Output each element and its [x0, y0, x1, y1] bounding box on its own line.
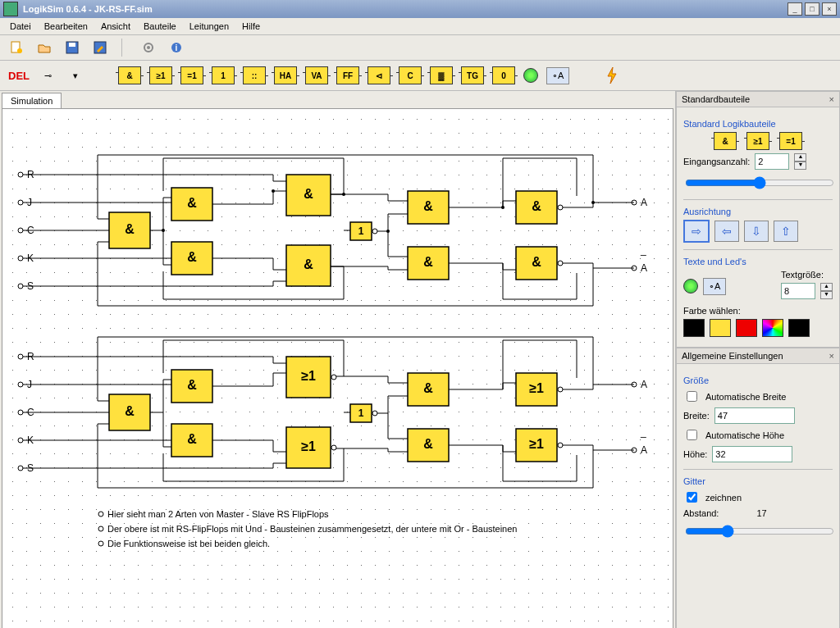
svg-text:&: & — [423, 255, 433, 269]
dir-left-button[interactable]: ⇦ — [714, 221, 739, 242]
text-tool-side[interactable]: ∘A — [703, 278, 726, 295]
section-ausrichtung: Ausrichtung — [683, 207, 833, 216]
sidebar: Standardbauteile × Standard Logikbauteil… — [675, 91, 840, 628]
close-button[interactable]: × — [822, 2, 837, 16]
menu-ansicht[interactable]: Ansicht — [94, 20, 137, 33]
svg-point-52 — [591, 201, 595, 204]
svg-point-17 — [18, 284, 23, 289]
wire-tool[interactable]: ▾ — [66, 66, 85, 85]
schematic-canvas[interactable]: R J C K S & & & & & 1 — [2, 108, 673, 628]
edit-button[interactable] — [90, 38, 110, 57]
svg-point-38 — [558, 205, 563, 210]
save-button[interactable] — [62, 38, 82, 57]
section-logikbauteile: Standard Logikbauteile — [683, 119, 833, 129]
section-groesse: Größe — [683, 375, 833, 385]
dir-right-button[interactable]: ⇨ — [683, 220, 710, 243]
menubar: Datei Bearbeiten Ansicht Bauteile Leitun… — [0, 18, 840, 35]
text-tool[interactable]: ∘A — [546, 67, 569, 84]
svg-point-9 — [18, 172, 23, 177]
grid-draw-checkbox[interactable] — [687, 492, 697, 503]
menu-bauteile[interactable]: Bauteile — [137, 20, 183, 33]
color-current[interactable] — [788, 319, 810, 337]
svg-text:&: & — [187, 196, 197, 210]
auto-width-checkbox[interactable] — [687, 391, 697, 402]
chip-xor[interactable]: =1 — [180, 66, 203, 84]
chip-ha[interactable]: HA — [274, 66, 297, 84]
lightning-icon[interactable] — [602, 66, 622, 85]
delete-button[interactable]: DEL — [8, 70, 30, 82]
svg-text:A: A — [641, 262, 647, 274]
titlebar: LogikSim 0.6.4 - JK-RS-FF.sim _ □ × — [0, 0, 840, 18]
color-label: Farbe wählen: — [683, 306, 833, 316]
height-field[interactable] — [712, 446, 792, 462]
svg-point-48 — [272, 189, 275, 193]
probe-tool[interactable]: ⊸ — [38, 66, 57, 85]
svg-text:_: _ — [640, 426, 646, 438]
svg-point-87 — [558, 443, 563, 448]
svg-point-6 — [147, 46, 150, 49]
color-yellow[interactable] — [710, 319, 731, 337]
svg-point-31 — [372, 229, 377, 234]
app-icon — [3, 2, 18, 16]
svg-point-1 — [17, 48, 22, 53]
side-chip-xor[interactable]: =1 — [779, 132, 802, 150]
color-palette-icon[interactable] — [762, 319, 783, 337]
svg-point-55 — [18, 382, 23, 387]
width-field[interactable] — [714, 407, 795, 424]
chip-dec[interactable]: ⊲ — [368, 66, 390, 84]
menu-hilfe[interactable]: Hilfe — [235, 20, 267, 33]
svg-text:i: i — [176, 43, 178, 52]
inputs-down[interactable]: ▼ — [794, 162, 806, 170]
chip-const[interactable]: 0 — [492, 66, 515, 84]
close-panel-icon[interactable]: × — [829, 94, 834, 104]
color-black[interactable] — [683, 319, 705, 337]
svg-text:Hier sieht man 2 Arten von Mas: Hier sieht man 2 Arten von Master - Slav… — [107, 509, 329, 519]
side-chip-or[interactable]: ≥1 — [746, 132, 769, 150]
auto-height-checkbox[interactable] — [687, 430, 697, 440]
maximize-button[interactable]: □ — [805, 2, 819, 16]
svg-point-15 — [18, 256, 23, 261]
svg-point-41 — [558, 261, 563, 266]
section-gitter: Gitter — [683, 476, 833, 486]
new-button[interactable] — [7, 38, 26, 57]
dir-down-button[interactable]: ⇩ — [744, 221, 769, 242]
open-button[interactable] — [34, 38, 54, 57]
svg-text:≥1: ≥1 — [529, 437, 544, 451]
chip-or[interactable]: ≥1 — [149, 66, 172, 84]
chip-c[interactable]: C — [399, 66, 422, 84]
svg-point-50 — [386, 230, 390, 233]
gear-icon[interactable] — [139, 38, 158, 57]
chip-tg[interactable]: TG — [461, 66, 484, 84]
menu-leitungen[interactable]: Leitungen — [183, 20, 235, 33]
svg-point-57 — [18, 410, 23, 415]
svg-point-53 — [18, 354, 23, 359]
chip-and[interactable]: & — [118, 66, 141, 84]
led-icon[interactable] — [523, 68, 538, 83]
svg-text:≥1: ≥1 — [529, 381, 544, 395]
chip-not[interactable]: 1 — [212, 66, 235, 84]
minimize-button[interactable]: _ — [788, 2, 802, 16]
chip-va[interactable]: VA — [305, 66, 328, 84]
chip-ff[interactable]: FF — [336, 66, 359, 84]
menu-datei[interactable]: Datei — [3, 20, 38, 33]
chip-misc[interactable]: :: — [243, 66, 266, 84]
svg-text:≥1: ≥1 — [301, 439, 316, 453]
svg-text:&: & — [532, 199, 541, 213]
led-tool[interactable] — [683, 279, 698, 294]
inputs-field[interactable] — [755, 153, 789, 170]
svg-text:≥1: ≥1 — [301, 369, 316, 383]
grid-slider[interactable] — [685, 523, 834, 539]
svg-point-61 — [18, 466, 23, 471]
info-icon[interactable]: i — [167, 38, 186, 57]
dir-up-button[interactable]: ⇧ — [774, 221, 798, 242]
close-panel2-icon[interactable]: × — [829, 351, 834, 361]
textsize-field[interactable] — [781, 283, 815, 299]
side-chip-and[interactable]: & — [714, 132, 737, 150]
inputs-slider[interactable] — [685, 175, 834, 191]
tab-simulation[interactable]: Simulation — [2, 93, 62, 108]
color-red[interactable] — [736, 319, 757, 337]
menu-bearbeiten[interactable]: Bearbeiten — [38, 20, 94, 33]
section-texte: Texte und Led's — [683, 257, 833, 266]
inputs-up[interactable]: ▲ — [794, 153, 806, 162]
chip-display[interactable]: ▓ — [430, 66, 453, 84]
